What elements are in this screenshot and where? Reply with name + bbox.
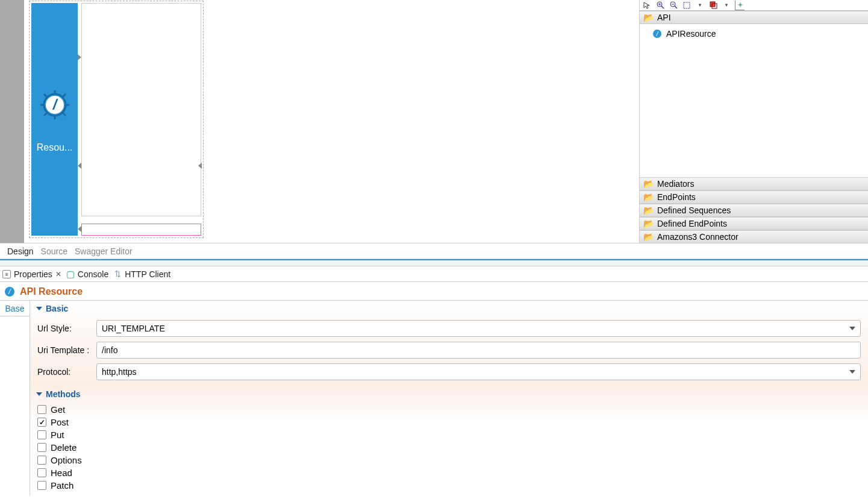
- method-item: Head: [37, 468, 861, 478]
- close-icon[interactable]: ✕: [55, 270, 61, 278]
- section-label: Methods: [46, 389, 81, 399]
- method-label: Patch: [51, 480, 73, 491]
- sequence-drop-area[interactable]: [81, 3, 201, 216]
- folder-open-icon: 📂: [643, 206, 654, 215]
- svg-rect-18: [684, 2, 690, 8]
- svg-line-8: [63, 94, 66, 97]
- method-checkbox[interactable]: [37, 481, 46, 490]
- palette-section-mediators[interactable]: 📂 Mediators: [640, 177, 868, 190]
- console-icon: ▢: [66, 270, 75, 278]
- properties-icon: ≡: [2, 270, 11, 278]
- palette-section-api[interactable]: 📂 API: [640, 11, 868, 24]
- palette-section-endpoints[interactable]: 📂 EndPoints: [640, 190, 868, 204]
- tab-design[interactable]: Design: [4, 246, 37, 256]
- section-basic[interactable]: Basic: [30, 301, 868, 316]
- tab-console[interactable]: ▢ Console: [66, 269, 108, 279]
- select-tool-icon[interactable]: [642, 1, 652, 10]
- chevron-down-icon: [849, 327, 855, 330]
- canvas-left-margin: [0, 0, 24, 243]
- svg-rect-19: [710, 2, 715, 7]
- marquee-icon[interactable]: [682, 1, 692, 10]
- method-label: Post: [51, 417, 69, 427]
- palette-section-defined-endpoints[interactable]: 📂 Defined EndPoints: [640, 217, 868, 230]
- protocol-label: Protocol:: [37, 367, 96, 377]
- api-resource-container[interactable]: / Resou...: [29, 1, 204, 238]
- method-checkbox[interactable]: [37, 418, 46, 427]
- dropdown-arrow-icon[interactable]: ▼: [722, 1, 731, 10]
- side-tab-base[interactable]: Base: [0, 301, 30, 316]
- palette-section-label: EndPoints: [657, 192, 696, 202]
- palette-toolbar: ▼ ▼: [640, 0, 868, 11]
- flow-arrow-far-icon: [198, 163, 202, 169]
- palette-action-icon[interactable]: [708, 1, 718, 10]
- palette-item-label: APIResource: [666, 29, 716, 39]
- folder-open-icon: 📂: [643, 192, 654, 202]
- method-item: Get: [37, 404, 861, 415]
- properties-form: Basic Url Style: URI_TEMPLATE Uri Templa…: [30, 301, 868, 495]
- folder-open-icon: 📂: [643, 232, 654, 242]
- gear-slash-icon: /: [652, 28, 663, 39]
- svg-line-7: [44, 113, 47, 116]
- fault-sequence-drop-area[interactable]: [81, 224, 201, 236]
- flow-arrow-out-icon: [78, 163, 81, 169]
- svg-line-12: [661, 6, 664, 8]
- url-style-label: Url Style:: [37, 324, 96, 333]
- method-item: Patch: [37, 480, 861, 491]
- methods-list: GetPostPutDeleteOptionsHeadPatch: [30, 402, 868, 495]
- palette-section-label: API: [657, 13, 671, 22]
- method-item: Post: [37, 417, 861, 427]
- method-checkbox[interactable]: [37, 468, 46, 477]
- properties-side-tabs: Base: [0, 301, 30, 495]
- method-label: Options: [51, 455, 82, 465]
- editor-mode-tabs: Design Source Swagger Editor: [0, 243, 868, 259]
- method-item: Put: [37, 430, 861, 440]
- http-client-icon: ⇅: [113, 270, 122, 278]
- zoom-in-icon[interactable]: [655, 1, 665, 10]
- properties-header: / API Resource: [0, 282, 868, 301]
- bottom-view-tabs: ≡ Properties ✕ ▢ Console ⇅ HTTP Client: [0, 266, 868, 282]
- method-checkbox[interactable]: [37, 443, 46, 452]
- palette-panel: ▼ ▼ 📂 API / APIResource 📂 Mediators: [639, 0, 868, 243]
- dropdown-arrow-icon[interactable]: ▼: [695, 1, 705, 10]
- collapse-arrow-icon: [36, 392, 42, 396]
- gear-slash-icon: /: [36, 86, 74, 124]
- tab-swagger-editor[interactable]: Swagger Editor: [71, 246, 136, 256]
- svg-line-6: [63, 113, 66, 116]
- zoom-out-icon[interactable]: [669, 1, 678, 10]
- uri-template-input[interactable]: [96, 342, 861, 359]
- api-resource-node[interactable]: / Resou...: [31, 3, 78, 236]
- method-label: Get: [51, 404, 65, 415]
- method-label: Put: [51, 430, 64, 440]
- select-value: http,https: [102, 367, 137, 377]
- chevron-down-icon: [849, 370, 855, 374]
- svg-line-16: [675, 6, 677, 8]
- resource-node-label: Resou...: [37, 142, 73, 153]
- palette-section-label: Defined Sequences: [657, 206, 731, 215]
- tab-source[interactable]: Source: [37, 246, 71, 256]
- folder-open-icon: 📂: [643, 179, 654, 189]
- palette-section-amazons3[interactable]: 📂 Amazons3 Connector: [640, 230, 868, 243]
- url-style-select[interactable]: URI_TEMPLATE: [96, 320, 861, 337]
- fault-arrow-icon: [78, 226, 81, 232]
- panel-divider[interactable]: [0, 259, 868, 266]
- tab-label: Console: [78, 269, 108, 279]
- tab-properties[interactable]: ≡ Properties ✕: [2, 269, 61, 279]
- protocol-select[interactable]: http,https: [96, 363, 861, 380]
- section-label: Basic: [46, 304, 68, 313]
- method-item: Delete: [37, 442, 861, 453]
- collapse-arrow-icon: [36, 307, 42, 310]
- method-checkbox[interactable]: [37, 405, 46, 414]
- palette-section-defined-sequences[interactable]: 📂 Defined Sequences: [640, 204, 868, 217]
- method-checkbox[interactable]: [37, 430, 46, 439]
- method-checkbox[interactable]: [37, 456, 46, 465]
- tab-http-client[interactable]: ⇅ HTTP Client: [113, 269, 170, 279]
- design-canvas[interactable]: / Resou...: [0, 0, 639, 243]
- palette-section-label: Amazons3 Connector: [657, 232, 738, 242]
- palette-item-apiresource[interactable]: / APIResource: [640, 27, 868, 41]
- section-methods[interactable]: Methods: [30, 386, 868, 402]
- svg-line-5: [44, 94, 47, 97]
- select-value: URI_TEMPLATE: [102, 324, 165, 333]
- sparkle-icon[interactable]: [735, 1, 745, 10]
- method-label: Head: [51, 468, 72, 478]
- uri-template-label: Uri Template :: [37, 345, 96, 355]
